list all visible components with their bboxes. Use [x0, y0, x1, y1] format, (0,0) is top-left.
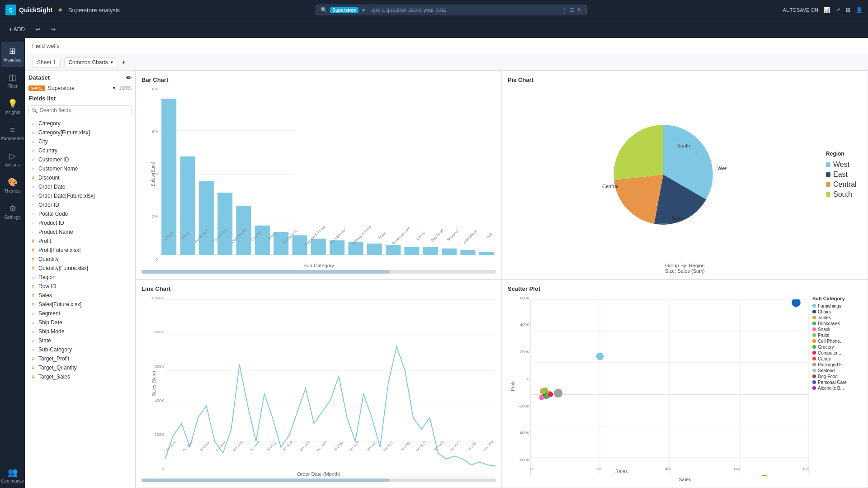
- field-name: Order Date: [38, 184, 65, 190]
- field-item[interactable]: ○Customer ID: [28, 155, 132, 164]
- field-item[interactable]: ○State: [28, 336, 132, 345]
- sidebar-item-themes[interactable]: 🎨 Themes: [1, 173, 24, 198]
- field-type-icon: ○: [30, 139, 36, 144]
- field-item[interactable]: ○City: [28, 137, 132, 146]
- field-wells-bar: Field wells: [25, 38, 868, 54]
- star-icon[interactable]: ★: [58, 7, 63, 13]
- themes-icon: 🎨: [8, 177, 18, 187]
- sidebar-item-filter[interactable]: ◫ Filter: [1, 68, 24, 93]
- sidebar-item-visualize[interactable]: ⊞ Visualize: [1, 42, 24, 67]
- search-fields-input[interactable]: [40, 107, 128, 114]
- dot-snack[interactable]: [539, 395, 544, 400]
- field-item[interactable]: #Quantity[Future.xlsx]: [28, 264, 132, 273]
- field-item[interactable]: ○Ship Mode: [28, 327, 132, 336]
- fullscreen-icon[interactable]: ⊞: [846, 7, 850, 13]
- legend-alcoholic: Alcoholic B...: [812, 385, 862, 391]
- search-options-icon[interactable]: ⋮: [562, 7, 567, 13]
- share-icon[interactable]: 📊: [824, 7, 830, 13]
- left-sidebar: ⊞ Visualize ◫ Filter 💡 Insights ≡ Parame…: [0, 38, 25, 488]
- dataset-name[interactable]: Superstore: [48, 85, 109, 91]
- search-refresh-icon[interactable]: ↻: [577, 7, 582, 13]
- search-input[interactable]: [368, 7, 559, 13]
- field-item[interactable]: #Row ID: [28, 282, 132, 291]
- add-button[interactable]: + ADD: [5, 24, 28, 34]
- sidebar-item-actions[interactable]: ▷ Actions: [1, 147, 24, 172]
- redo-button[interactable]: ↪: [47, 24, 59, 34]
- chart-type-selector[interactable]: Common Charts ▼: [64, 57, 118, 67]
- field-name: Sub-Category: [38, 346, 72, 353]
- field-type-icon: ○: [30, 311, 36, 316]
- field-name: Postal Code: [38, 211, 68, 217]
- field-item[interactable]: ○Category: [28, 119, 132, 128]
- field-name: Quantity: [38, 256, 59, 262]
- field-name: Order Date[Future.xlsx]: [38, 193, 95, 199]
- bar-chart-scrollbar[interactable]: [142, 270, 496, 274]
- sheet-tab-1[interactable]: Sheet 1: [32, 57, 61, 68]
- field-item[interactable]: #Target_Sales: [28, 372, 132, 381]
- sidebar-label-themes: Themes: [4, 189, 20, 194]
- field-item[interactable]: ○Product ID: [28, 218, 132, 227]
- parameters-icon: ≡: [10, 125, 15, 135]
- field-item[interactable]: ○Segment: [28, 309, 132, 318]
- bar-chart-panel: Bar Chart Sales (Sum) 8M6M4M2M0: [136, 71, 502, 280]
- field-item[interactable]: ○Order Date: [28, 182, 132, 191]
- dataset-dropdown-icon[interactable]: ▼: [112, 86, 116, 90]
- dot-top-outlier[interactable]: [792, 299, 801, 307]
- dropdown-icon[interactable]: ▼: [361, 8, 366, 13]
- add-sheet-button[interactable]: +: [122, 58, 126, 66]
- sidebar-item-settings[interactable]: ⚙ Settings: [1, 199, 24, 224]
- scatter-title: Scatter Plot: [508, 285, 862, 292]
- field-name: City: [38, 138, 48, 145]
- field-item[interactable]: ○Sub-Category: [28, 345, 132, 354]
- field-item[interactable]: ○Category[Future.xlsx]: [28, 128, 132, 137]
- field-item[interactable]: #Target_Profit: [28, 354, 132, 363]
- user-icon[interactable]: 👤: [856, 7, 863, 13]
- legend-east: East: [826, 171, 862, 179]
- field-item[interactable]: ○Order ID: [28, 200, 132, 209]
- field-item[interactable]: ○Region: [28, 273, 132, 282]
- search-action-icon[interactable]: ⊡: [570, 7, 575, 13]
- field-item[interactable]: #Target_Quantity: [28, 363, 132, 372]
- field-item[interactable]: ○Order Date[Future.xlsx]: [28, 191, 132, 200]
- line-x-labels: Jan 2018 Apr 2018 Jul 2018 Oct 2018 Jan …: [165, 448, 496, 471]
- field-type-icon: ○: [30, 166, 36, 171]
- insights-icon: 💡: [8, 99, 18, 109]
- field-type-icon: ○: [30, 148, 36, 153]
- line-chart-scrollbar[interactable]: [142, 479, 496, 482]
- legend-central-label: Central: [833, 180, 857, 189]
- sidebar-item-community[interactable]: 👥 Community: [1, 463, 24, 488]
- edit-dataset-icon[interactable]: ✏: [126, 74, 132, 81]
- pie-south[interactable]: [613, 125, 663, 180]
- fields-list-header: Fields list: [28, 95, 132, 102]
- field-type-icon: #: [30, 365, 36, 370]
- export-icon[interactable]: ↗: [836, 7, 840, 13]
- fields-search[interactable]: 🔍: [28, 105, 132, 115]
- legend-packaged: Packaged F...: [812, 362, 862, 368]
- dot-computer[interactable]: [548, 392, 553, 397]
- bar-scrollbar-thumb: [142, 270, 390, 274]
- field-item[interactable]: ○Country: [28, 146, 132, 155]
- field-type-icon: #: [30, 175, 36, 180]
- search-source-badge[interactable]: Superstore: [330, 7, 359, 13]
- bar-rect[interactable]: [161, 99, 176, 255]
- sidebar-item-parameters[interactable]: ≡ Parameters: [1, 120, 24, 146]
- dot-outlier-2[interactable]: [554, 389, 563, 398]
- field-item[interactable]: ○Product Name: [28, 227, 132, 237]
- scatter-svg[interactable]: [530, 299, 809, 476]
- field-item[interactable]: #Quantity: [28, 255, 132, 264]
- sidebar-item-insights[interactable]: 💡 Insights: [1, 94, 24, 119]
- pie-group-by: Group By: Region Size: Sales (Sum): [508, 263, 862, 274]
- field-item[interactable]: #Profit[Future.xlsx]: [28, 246, 132, 255]
- sidebar-label-actions: Actions: [5, 162, 20, 167]
- field-name: Category: [38, 120, 61, 127]
- undo-button[interactable]: ↩: [32, 24, 44, 34]
- field-item[interactable]: #Sales[Future.xlsx]: [28, 300, 132, 309]
- field-item[interactable]: ○Postal Code: [28, 209, 132, 218]
- field-item[interactable]: ○Ship Date: [28, 318, 132, 327]
- search-bar[interactable]: 🔍 Superstore ▼ ⋮ ⊡ ↻: [316, 5, 587, 15]
- field-item[interactable]: #Profit: [28, 237, 132, 246]
- field-item[interactable]: ○Customer Name: [28, 164, 132, 173]
- dot-outlier-1[interactable]: [596, 352, 604, 360]
- field-item[interactable]: #Discount: [28, 173, 132, 182]
- field-item[interactable]: #Sales: [28, 291, 132, 300]
